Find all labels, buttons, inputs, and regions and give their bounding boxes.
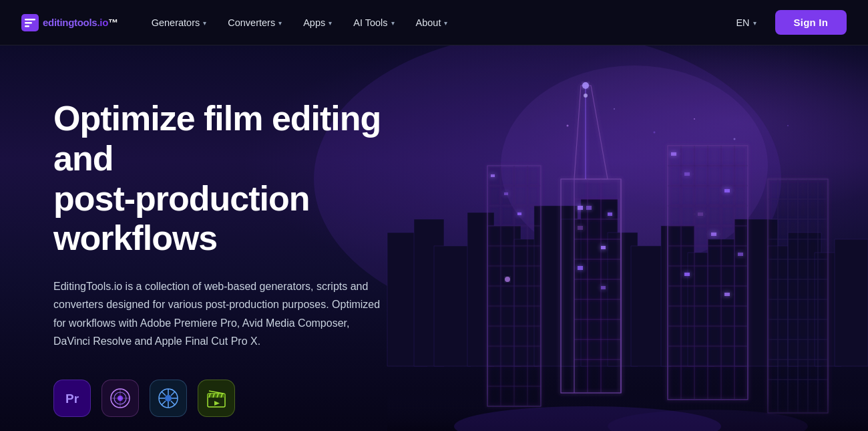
svg-rect-68 bbox=[698, 212, 703, 216]
svg-rect-47 bbox=[601, 286, 606, 289]
svg-point-115 bbox=[734, 138, 736, 140]
svg-point-112 bbox=[614, 108, 615, 110]
app-icons-row: Pr bbox=[53, 380, 387, 417]
svg-rect-105 bbox=[504, 192, 508, 195]
svg-point-111 bbox=[567, 125, 569, 127]
about-chevron-icon: ▾ bbox=[444, 19, 447, 27]
svg-rect-43 bbox=[608, 212, 612, 216]
hero-section: Optimize film editing and post-productio… bbox=[0, 45, 868, 431]
svg-point-116 bbox=[787, 125, 789, 126]
premiere-icon-svg: Pr bbox=[61, 388, 83, 409]
svg-rect-104 bbox=[491, 174, 495, 177]
hero-content: Optimize film editing and post-productio… bbox=[0, 45, 387, 417]
lang-chevron-icon: ▾ bbox=[753, 19, 756, 27]
svg-rect-41 bbox=[578, 206, 583, 210]
svg-line-134 bbox=[162, 401, 166, 405]
nav-links: Generators ▾ Converters ▾ Apps ▾ AI Tool… bbox=[142, 12, 457, 33]
davinci-resolve-icon[interactable] bbox=[101, 380, 139, 417]
svg-rect-3 bbox=[25, 25, 29, 27]
svg-rect-65 bbox=[671, 152, 676, 156]
svg-rect-46 bbox=[578, 266, 583, 270]
svg-rect-70 bbox=[738, 253, 743, 256]
svg-point-126 bbox=[165, 395, 172, 402]
svg-point-114 bbox=[694, 118, 695, 120]
logo-icon bbox=[21, 14, 39, 31]
svg-point-107 bbox=[505, 277, 510, 282]
svg-point-108 bbox=[582, 82, 589, 89]
svg-rect-1 bbox=[25, 19, 35, 21]
logo-text-accent: .io bbox=[97, 17, 108, 28]
nav-item-apps[interactable]: Apps ▾ bbox=[294, 12, 341, 33]
generators-chevron-icon: ▾ bbox=[203, 19, 206, 27]
svg-text:Pr: Pr bbox=[65, 392, 79, 406]
language-selector[interactable]: EN ▾ bbox=[728, 12, 764, 33]
logo[interactable]: editingtools.io™ bbox=[21, 14, 118, 31]
sign-in-button[interactable]: Sign In bbox=[775, 10, 847, 35]
svg-point-113 bbox=[654, 132, 656, 134]
svg-line-132 bbox=[171, 401, 175, 405]
nav-item-converters[interactable]: Converters ▾ bbox=[218, 12, 291, 33]
svg-line-131 bbox=[162, 392, 166, 396]
svg-rect-42 bbox=[586, 206, 592, 210]
svg-rect-72 bbox=[724, 293, 730, 296]
finalcut-icon-svg bbox=[204, 386, 229, 411]
nav-item-generators[interactable]: Generators ▾ bbox=[142, 12, 216, 33]
svg-point-109 bbox=[584, 94, 588, 98]
svg-rect-45 bbox=[601, 246, 606, 249]
avid-icon-svg bbox=[156, 386, 181, 411]
svg-rect-24 bbox=[835, 239, 868, 366]
nav-item-aitools[interactable]: AI Tools ▾ bbox=[344, 12, 403, 33]
logo-text: editingtools.io™ bbox=[43, 17, 118, 28]
logo-text-plain: editingtools bbox=[43, 17, 97, 28]
final-cut-pro-icon[interactable] bbox=[198, 380, 235, 417]
svg-rect-67 bbox=[724, 189, 730, 192]
svg-line-133 bbox=[171, 392, 175, 396]
svg-marker-141 bbox=[214, 401, 220, 406]
nav-item-about[interactable]: About ▾ bbox=[407, 12, 457, 33]
navbar: editingtools.io™ Generators ▾ Converters… bbox=[0, 0, 868, 45]
svg-rect-66 bbox=[684, 172, 690, 176]
hero-title: Optimize film editing and post-productio… bbox=[53, 99, 387, 259]
svg-rect-44 bbox=[578, 226, 583, 230]
avid-media-composer-icon[interactable] bbox=[150, 380, 187, 417]
nav-left: editingtools.io™ Generators ▾ Converters… bbox=[21, 12, 457, 33]
svg-rect-2 bbox=[25, 22, 32, 24]
svg-rect-106 bbox=[517, 212, 521, 215]
converters-chevron-icon: ▾ bbox=[278, 19, 282, 27]
aitools-chevron-icon: ▾ bbox=[391, 19, 395, 27]
svg-rect-71 bbox=[684, 273, 690, 276]
hero-description: EditingTools.io is a collection of web-b… bbox=[53, 277, 381, 350]
svg-rect-69 bbox=[711, 233, 716, 236]
premiere-pro-icon[interactable]: Pr bbox=[53, 380, 91, 417]
davinci-icon-svg bbox=[107, 386, 133, 411]
apps-chevron-icon: ▾ bbox=[329, 19, 332, 27]
nav-right: EN ▾ Sign In bbox=[728, 10, 847, 35]
svg-rect-8 bbox=[434, 246, 471, 366]
